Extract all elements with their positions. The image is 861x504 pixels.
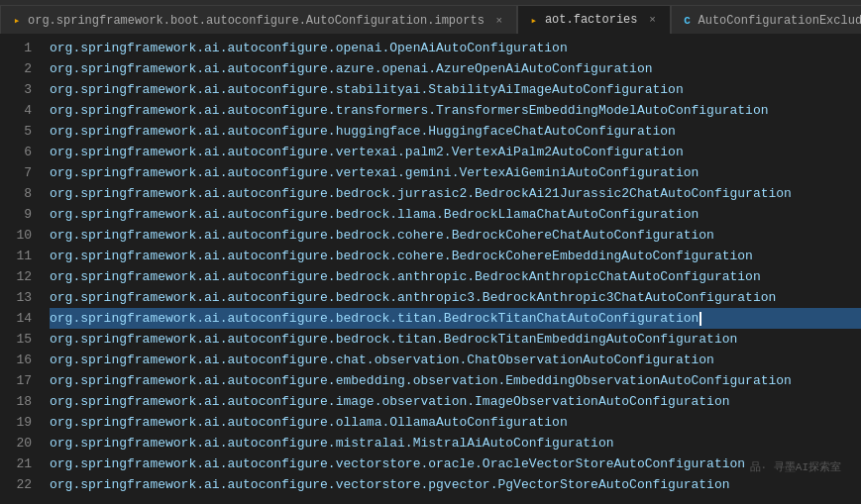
code-line-18: org.springframework.ai.autoconfigure.ima… bbox=[50, 391, 861, 412]
code-line-9: org.springframework.ai.autoconfigure.bed… bbox=[50, 204, 861, 225]
line-number-18: 18 bbox=[0, 391, 32, 412]
line-number-6: 6 bbox=[0, 142, 32, 162]
tab-autoconfiguration-exclude-filter-icon: C bbox=[682, 15, 694, 27]
code-line-16: org.springframework.ai.autoconfigure.cha… bbox=[50, 350, 861, 370]
line-number-1: 1 bbox=[0, 38, 32, 58]
code-line-21: org.springframework.ai.autoconfigure.vec… bbox=[50, 454, 861, 474]
tab-autoconfiguration-imports-close[interactable]: × bbox=[492, 14, 506, 28]
code-line-7: org.springframework.ai.autoconfigure.ver… bbox=[50, 162, 861, 183]
line-number-3: 3 bbox=[0, 79, 32, 100]
tab-autoconfiguration-exclude-filter[interactable]: CAutoConfigurationExcludeFilter.java× bbox=[671, 5, 862, 35]
tab-aot-factories-close[interactable]: × bbox=[646, 13, 660, 27]
line-number-12: 12 bbox=[0, 266, 32, 287]
line-number-15: 15 bbox=[0, 329, 32, 350]
line-number-10: 10 bbox=[0, 225, 32, 246]
code-area: org.springframework.ai.autoconfigure.ope… bbox=[42, 35, 861, 504]
line-number-14: 14 bbox=[0, 308, 32, 329]
line-number-20: 20 bbox=[0, 433, 32, 454]
line-number-4: 4 bbox=[0, 100, 32, 121]
line-number-22: 22 bbox=[0, 474, 32, 495]
code-line-4: org.springframework.ai.autoconfigure.tra… bbox=[50, 100, 861, 121]
line-number-5: 5 bbox=[0, 121, 32, 142]
line-number-21: 21 bbox=[0, 454, 32, 474]
line-number-9: 9 bbox=[0, 204, 32, 225]
code-line-19: org.springframework.ai.autoconfigure.oll… bbox=[50, 412, 861, 433]
code-line-14: org.springframework.ai.autoconfigure.bed… bbox=[50, 308, 861, 329]
tab-aot-factories[interactable]: ▸aot.factories× bbox=[517, 5, 671, 35]
code-line-13: org.springframework.ai.autoconfigure.bed… bbox=[50, 287, 861, 308]
code-line-1: org.springframework.ai.autoconfigure.ope… bbox=[50, 38, 861, 58]
tab-autoconfiguration-exclude-filter-label: AutoConfigurationExcludeFilter.java bbox=[699, 14, 862, 28]
code-line-8: org.springframework.ai.autoconfigure.bed… bbox=[50, 183, 861, 204]
editor: 12345678910111213141516171819202122 org.… bbox=[0, 35, 861, 504]
line-number-8: 8 bbox=[0, 183, 32, 204]
tab-autoconfiguration-imports-label: org.springframework.boot.autoconfigure.A… bbox=[28, 14, 484, 28]
line-number-7: 7 bbox=[0, 162, 32, 183]
code-line-5: org.springframework.ai.autoconfigure.hug… bbox=[50, 121, 861, 142]
tab-aot-factories-icon: ▸ bbox=[528, 14, 540, 26]
code-line-17: org.springframework.ai.autoconfigure.emb… bbox=[50, 370, 861, 391]
code-line-22: org.springframework.ai.autoconfigure.vec… bbox=[50, 474, 861, 495]
tab-aot-factories-label: aot.factories bbox=[545, 13, 638, 27]
code-line-12: org.springframework.ai.autoconfigure.bed… bbox=[50, 266, 861, 287]
code-line-20: org.springframework.ai.autoconfigure.mis… bbox=[50, 433, 861, 454]
code-line-6: org.springframework.ai.autoconfigure.ver… bbox=[50, 142, 861, 162]
code-line-15: org.springframework.ai.autoconfigure.bed… bbox=[50, 329, 861, 350]
line-number-11: 11 bbox=[0, 246, 32, 266]
code-line-3: org.springframework.ai.autoconfigure.sta… bbox=[50, 79, 861, 100]
code-line-10: org.springframework.ai.autoconfigure.bed… bbox=[50, 225, 861, 246]
tab-bar: ▸org.springframework.boot.autoconfigure.… bbox=[0, 0, 861, 35]
line-number-19: 19 bbox=[0, 412, 32, 433]
line-numbers: 12345678910111213141516171819202122 bbox=[0, 35, 42, 504]
line-number-13: 13 bbox=[0, 287, 32, 308]
line-number-17: 17 bbox=[0, 370, 32, 391]
code-line-2: org.springframework.ai.autoconfigure.azu… bbox=[50, 58, 861, 79]
tab-autoconfiguration-imports-icon: ▸ bbox=[11, 15, 23, 27]
line-number-16: 16 bbox=[0, 350, 32, 370]
line-number-2: 2 bbox=[0, 58, 32, 79]
code-line-11: org.springframework.ai.autoconfigure.bed… bbox=[50, 246, 861, 266]
tab-autoconfiguration-imports[interactable]: ▸org.springframework.boot.autoconfigure.… bbox=[0, 5, 517, 35]
cursor bbox=[700, 312, 701, 326]
